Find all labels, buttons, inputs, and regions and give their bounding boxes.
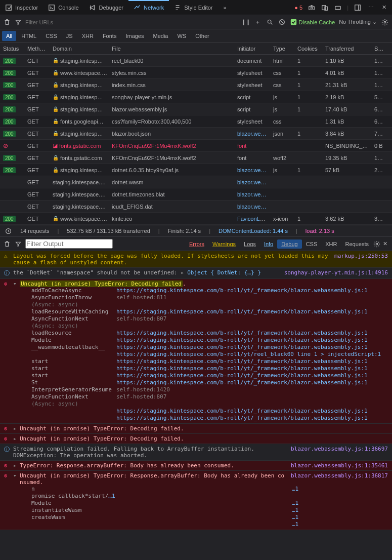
stack-frame[interactable]: n…1 bbox=[31, 486, 388, 493]
stack-source-link[interactable]: https://staging.kintespace.com/b-roll/yt… bbox=[116, 358, 368, 365]
stack-source-link[interactable]: self-hosted:807 bbox=[116, 393, 166, 401]
stack-source-link[interactable]: …1 bbox=[292, 507, 298, 514]
more-icon[interactable]: ⋯ bbox=[367, 4, 375, 12]
filter-xhr[interactable]: XHR bbox=[321, 239, 341, 249]
stack-source-link[interactable]: https://staging.kintespace.com/b-roll/yt… bbox=[116, 351, 381, 358]
stack-source-link[interactable]: …1 bbox=[292, 500, 298, 507]
stack-frame[interactable]: (Async: async) bbox=[31, 401, 388, 408]
stack-source-link[interactable]: https://staging.kintespace.com/b-roll/yt… bbox=[116, 344, 368, 351]
stack-frame[interactable]: AsyncFunctionNextself-hosted:807 bbox=[31, 315, 388, 323]
filter-tab-js[interactable]: JS bbox=[62, 31, 77, 41]
console-source-link[interactable]: blazor.webassembly.js:1:36697 bbox=[291, 446, 388, 459]
console-gear-icon[interactable] bbox=[373, 240, 381, 248]
expand-toggle[interactable]: ▸ bbox=[181, 269, 186, 276]
dock-icon[interactable] bbox=[354, 4, 362, 12]
stack-frame[interactable]: createWasm…1 bbox=[31, 514, 388, 521]
overflow-icon[interactable]: » bbox=[221, 4, 229, 12]
stack-frame[interactable]: AsyncFunctionThrowself-hosted:811 bbox=[31, 294, 388, 301]
filter-css[interactable]: CSS bbox=[302, 239, 322, 249]
camera-icon[interactable] bbox=[308, 4, 316, 12]
console-close-icon[interactable]: ✕ bbox=[381, 240, 389, 248]
initiator-link[interactable]: blazor.we… bbox=[237, 131, 266, 137]
initiator-link[interactable]: FaviconLo… bbox=[237, 216, 269, 222]
col-method[interactable]: Meth… bbox=[24, 46, 50, 52]
initiator-link[interactable]: blazor.we… bbox=[237, 204, 266, 210]
stack-source-link[interactable]: …1 bbox=[292, 521, 298, 528]
stack-frame[interactable]: loadResourceWithCachinghttps://staging.k… bbox=[31, 308, 388, 315]
throttle-select[interactable]: No Throttling ⌄ bbox=[339, 19, 377, 25]
stack-source-link[interactable]: https://staging.kintespace.com/b-roll/yt… bbox=[116, 308, 368, 315]
table-row[interactable]: GET staging.kintespace.…icudt_EFIGS.datb… bbox=[0, 201, 392, 213]
col-type[interactable]: Type bbox=[270, 46, 294, 52]
stack-frame[interactable]: (Async: async) bbox=[31, 301, 388, 308]
table-row[interactable]: ⊘GET◪ fonts.gstatic.comKFOmCnqEu92Fr1Mu4… bbox=[0, 140, 392, 152]
expand-toggle[interactable]: ▸ bbox=[13, 435, 18, 442]
stack-frame[interactable]: instantiateWasm…1 bbox=[31, 507, 388, 514]
stack-source-link[interactable]: https://staging.kintespace.com/b-roll/yt… bbox=[116, 379, 368, 386]
stack-frame[interactable]: …1 bbox=[31, 521, 388, 528]
console-line[interactable]: ⊗ ▸ Uncaught (in promise) TypeError: Dec… bbox=[0, 424, 392, 434]
filter-logs[interactable]: Logs bbox=[240, 239, 260, 249]
error-count-badge[interactable]: ● 5 bbox=[294, 5, 302, 11]
stack-frame[interactable]: https://staging.kintespace.com/b-roll/yt… bbox=[31, 415, 388, 422]
stack-frame[interactable]: (Async: async) bbox=[31, 323, 388, 330]
stack-source-link[interactable]: self-hosted:807 bbox=[116, 315, 166, 323]
filter-tab-all[interactable]: All bbox=[2, 31, 16, 41]
filter-urls-input[interactable] bbox=[25, 19, 86, 25]
console-trash-icon[interactable] bbox=[3, 240, 11, 248]
filter-tab-fonts[interactable]: Fonts bbox=[99, 31, 121, 41]
filter-tab-other[interactable]: Other bbox=[191, 31, 213, 41]
table-row[interactable]: 200GET🔒 www.kintespace.…styles.min.cssst… bbox=[0, 67, 392, 79]
collapse-toggle[interactable]: ▾ bbox=[13, 281, 18, 287]
stack-source-link[interactable]: https://staging.kintespace.com/b-roll/yt… bbox=[116, 337, 368, 344]
col-domain[interactable]: Domain bbox=[50, 46, 109, 52]
filter-errors[interactable]: Errors bbox=[185, 239, 208, 249]
initiator-link[interactable]: blazor.we… bbox=[237, 167, 266, 173]
col-size[interactable]: S… bbox=[371, 46, 386, 52]
initiator-link[interactable]: blazor.we… bbox=[237, 191, 266, 197]
expand-toggle[interactable]: ▸ bbox=[13, 425, 18, 432]
console-line[interactable]: ⊗ ▾ Uncaught (in promise) TypeError: Res… bbox=[0, 471, 392, 530]
block-icon[interactable] bbox=[278, 18, 286, 26]
stack-source-link[interactable]: …1 bbox=[292, 486, 298, 493]
col-transferred[interactable]: Transferred bbox=[322, 46, 371, 52]
table-row[interactable]: 200GET🔒 staging.kintesp…index.min.csssty… bbox=[0, 79, 392, 91]
stack-frame[interactable]: https://staging.kintespace.com/b-roll/yt… bbox=[31, 351, 388, 358]
filter-tab-media[interactable]: Media bbox=[149, 31, 172, 41]
col-status[interactable]: Status bbox=[0, 46, 24, 52]
stack-frame[interactable]: Modulehttps://staging.kintespace.com/b-r… bbox=[31, 337, 388, 344]
console-source-link[interactable]: blazor.webassembly.js:1:36817 bbox=[291, 472, 388, 486]
table-row[interactable]: GET staging.kintespace.…dotnet.wasmblazo… bbox=[0, 176, 392, 188]
table-row[interactable]: 200GET🔒 staging.kintesp…dotnet.6.0.35.ht… bbox=[0, 164, 392, 176]
stack-frame[interactable]: Sthttps://staging.kintespace.com/b-roll/… bbox=[31, 379, 388, 386]
gear-icon[interactable] bbox=[381, 18, 389, 26]
tab-network[interactable]: Network bbox=[128, 0, 169, 15]
filter-debug[interactable]: Debug bbox=[277, 239, 301, 249]
console-line[interactable]: ⓘ Streaming compilation failed. Falling … bbox=[0, 444, 392, 461]
stack-frame[interactable]: addToCacheAsynchttps://staging.kintespac… bbox=[31, 287, 388, 294]
stack-frame[interactable]: __wasmmodulecallback__https://staging.ki… bbox=[31, 344, 388, 351]
table-row[interactable]: GET staging.kintespace.…dotnet.timezones… bbox=[0, 188, 392, 201]
responsive-icon[interactable] bbox=[321, 4, 329, 12]
stack-source-link[interactable]: https://staging.kintespace.com/b-roll/yt… bbox=[116, 408, 368, 415]
expand-toggle[interactable]: ▸ bbox=[13, 462, 18, 469]
col-cookies[interactable]: Cookies bbox=[294, 46, 322, 52]
filter-warnings[interactable]: Warnings bbox=[208, 239, 240, 249]
table-row[interactable]: 200GET🔒 staging.kintesp…blazor.webassemb… bbox=[0, 103, 392, 115]
table-row[interactable]: 200GET🔒 staging.kintesp…songhay-player-y… bbox=[0, 91, 392, 103]
search-icon[interactable] bbox=[266, 18, 274, 26]
console-line[interactable]: ⚠ Layout was forced before the page was … bbox=[0, 251, 392, 268]
stack-frame[interactable]: Module…1 bbox=[31, 500, 388, 507]
console-source-link[interactable]: songhay-player-yt.min.js:1:4916 bbox=[284, 269, 388, 277]
filter-info[interactable]: Info bbox=[260, 239, 277, 249]
disable-cache-checkbox[interactable]: Disable Cache bbox=[290, 19, 335, 25]
stack-frame[interactable]: promise callback*start/…1 bbox=[31, 493, 388, 500]
filter-output-input[interactable] bbox=[25, 239, 113, 249]
table-row[interactable]: 200GET🔒 www.kintespace.…kinte.icoFavicon… bbox=[0, 213, 392, 225]
stack-frame[interactable]: starthttps://staging.kintespace.com/b-ro… bbox=[31, 365, 388, 372]
tab-console[interactable]: Console bbox=[43, 0, 83, 15]
filter-requests[interactable]: Requests bbox=[341, 239, 373, 249]
col-file[interactable]: File bbox=[109, 46, 234, 52]
stack-source-link[interactable]: https://staging.kintespace.com/b-roll/yt… bbox=[116, 372, 368, 379]
trash-icon[interactable] bbox=[3, 18, 11, 26]
